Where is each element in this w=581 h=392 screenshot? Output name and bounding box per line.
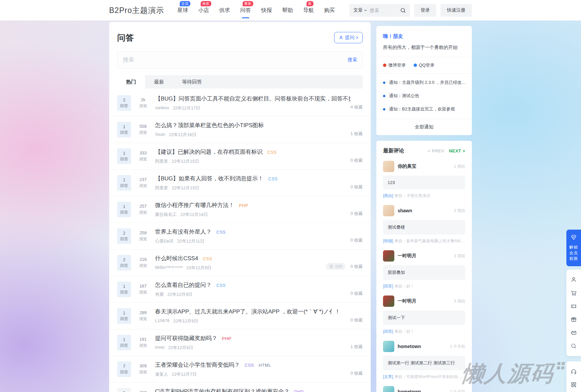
question-row[interactable]: 2 回答 216 浏览 什么时候出CSS4 CSS MrBo¹³³⁵³¹⁴⁵⁶³… — [109, 249, 371, 276]
question-row[interactable]: 1 回答 237 浏览 【BUG】如果有人回答，收不到消息提示！ CSS 阿里君… — [109, 169, 371, 196]
comment-source-tag[interactable]: [回答] — [383, 329, 393, 334]
qa-tab[interactable]: 等待回答 — [173, 75, 211, 89]
notice-item[interactable]: 通知：B2主题接近完工，欢迎参观 — [383, 102, 465, 116]
qa-search-submit[interactable]: 搜索 — [348, 57, 357, 63]
question-title[interactable]: 微信小程序推广有哪几种方法！ — [155, 201, 234, 209]
comment-source-tag[interactable]: [商品] — [383, 193, 393, 198]
qa-search-input[interactable] — [123, 57, 348, 63]
person-icon — [339, 35, 343, 40]
question-row[interactable]: 7 回答 309 浏览 王者荣耀会让小学生智商变低吗？ CSSHTML 潇某人 … — [109, 356, 371, 382]
nav-item[interactable]: 帮助 — [282, 0, 293, 21]
question-author[interactable]: L10676 — [155, 318, 169, 324]
comment-author[interactable]: shawn — [398, 208, 412, 213]
question-title[interactable]: 【BUG】问答页面小工具不能自定义右侧栏目。问答板块前台不现实，回答不提示。所… — [155, 95, 350, 102]
nav-item[interactable]: 新 导航 — [303, 0, 314, 21]
nav-item[interactable]: 抽奖 小店 — [198, 0, 209, 21]
gift-icon[interactable] — [570, 313, 577, 326]
register-button[interactable]: 快速注册 — [441, 4, 472, 17]
user-icon[interactable] — [570, 273, 577, 286]
comments-next-button[interactable]: NEXT > — [449, 148, 465, 153]
notice-item[interactable]: 通知：测试公告 — [383, 89, 465, 102]
notice-item[interactable]: 通知：主题升级到 2.3.0 ，并且已经改… — [383, 76, 465, 89]
header-search-box[interactable]: 文章 — [349, 4, 410, 17]
question-tag[interactable]: PHP — [239, 203, 248, 208]
nav-item[interactable]: 购买 — [324, 0, 335, 21]
qr-code-icon[interactable] — [570, 378, 577, 391]
all-notices-link[interactable]: 全部通知 — [383, 119, 465, 135]
question-row[interactable]: 2 回答 2k 浏览 【BUG】问答页面小工具不能自定义右侧栏目。问答板块前台不… — [109, 90, 371, 116]
comment-text[interactable]: 测试一下 — [383, 310, 465, 325]
qa-tab[interactable]: 最新 — [145, 75, 173, 89]
question-title[interactable]: 怎么搞？顶部菜单栏蓝色红色的小TIPS图标 — [155, 121, 264, 129]
ask-question-button[interactable]: 提问 — [334, 32, 363, 43]
nav-item[interactable]: 快报 — [261, 0, 272, 21]
question-row[interactable]: 1 回答 289 浏览 春天演示APP、过几天就出来APP了。演示站APP ，欢… — [109, 302, 371, 329]
comment-source-tag[interactable]: [回答] — [383, 284, 393, 289]
question-author[interactable]: imrei — [155, 345, 164, 351]
question-tag[interactable]: PHP — [222, 336, 231, 341]
question-tag[interactable]: CSS — [267, 150, 277, 155]
comment-author[interactable]: hometown — [398, 344, 421, 349]
question-title[interactable]: C语言和PHP语言的内存机制有何区别？谁的更安全？ — [155, 388, 290, 392]
search-icon[interactable] — [570, 339, 577, 353]
question-author[interactable]: 有鹿 — [155, 292, 164, 297]
question-author[interactable]: MrBo¹³³⁵³¹⁴⁵⁶³¹ — [155, 265, 183, 271]
question-row[interactable]: 1 回答 187 浏览 怎么查看自已的提问？ CSS 有鹿 22年12月9日 0… — [109, 276, 371, 302]
site-logo[interactable]: B2Pro主题演示 — [109, 5, 164, 16]
question-title[interactable]: 王者荣耀会让小学生智商变低吗？ — [155, 361, 240, 369]
question-author[interactable]: 聚合猫化工 — [155, 212, 177, 218]
comment-text[interactable]: 测试第一行 测试第二行 测试第三行 — [383, 356, 465, 370]
nav-item[interactable]: 最新 问答 — [240, 0, 251, 21]
nav-item[interactable]: 交流 星球 — [177, 0, 188, 21]
comments-prev-button[interactable]: < PREV — [428, 148, 445, 153]
qa-tab[interactable]: 热门 — [117, 75, 145, 89]
question-author[interactable]: 阿里君 — [155, 185, 168, 191]
comment-text[interactable]: 123 — [383, 176, 465, 189]
qq-login-button[interactable]: QQ登录 — [414, 62, 434, 68]
question-tag[interactable]: CSS — [268, 176, 278, 181]
question-author[interactable]: 阿里君 — [155, 158, 168, 164]
vip-unlock-button[interactable]: 解锁会员权限 — [566, 230, 581, 266]
question-row[interactable]: 1 回答 191 浏览 提问可获得隐藏奖励吗？ PHP imrei 22年12月… — [109, 329, 371, 356]
mail-icon[interactable] — [570, 326, 577, 339]
question-author[interactable]: 潇某人 — [155, 371, 168, 377]
comment-author[interactable]: 一时明月 — [398, 298, 416, 304]
question-row[interactable]: 2 回答 258 浏览 世界上有没有外星人？ CSS 心里De话 22年12月1… — [109, 223, 371, 249]
question-tag[interactable]: CSS — [216, 283, 226, 288]
comment-author[interactable]: hometown — [398, 389, 421, 392]
question-row[interactable]: 1 回答 558 浏览 怎么搞？顶部菜单栏蓝色红色的小TIPS图标 Sean 2… — [109, 116, 371, 143]
question-row[interactable]: 0 回答 219 浏览 C语言和PHP语言的内存机制有何区别？谁的更安全？ PH… — [109, 382, 371, 392]
question-author[interactable]: sankou — [155, 105, 169, 111]
question-title[interactable]: 【BUG】如果有人回答，收不到消息提示！ — [155, 175, 264, 182]
question-row[interactable]: 1 回答 333 浏览 【建议】已解决的问题，在存档页面有标识 CSS 阿里君 … — [109, 143, 371, 169]
question-title[interactable]: 春天演示APP、过几天就出来APP了。演示站APP ，欢迎一(*｀∀´*)ノ亻！ — [155, 308, 340, 315]
question-title[interactable]: 怎么查看自已的提问？ — [155, 281, 212, 289]
header-search-input[interactable] — [370, 8, 398, 13]
question-title[interactable]: 什么时候出CSS4 — [155, 255, 198, 262]
question-title[interactable]: 世界上有没有外星人？ — [155, 228, 212, 236]
weibo-login-button[interactable]: 微博登录 — [383, 62, 406, 68]
comment-author[interactable]: 一时明月 — [398, 253, 416, 259]
question-tag[interactable]: CSS — [216, 230, 226, 235]
comment-source-tag[interactable]: [文章] — [383, 374, 393, 379]
question-author[interactable]: 心里De话 — [155, 238, 174, 244]
cart-icon[interactable] — [570, 286, 577, 299]
question-tag[interactable]: CSS — [245, 363, 254, 368]
question-title[interactable]: 【建议】已解决的问题，在存档页面有标识 — [155, 148, 263, 156]
question-tag[interactable]: PHP — [294, 389, 303, 392]
comment-author[interactable]: 你的臭宝 — [398, 163, 416, 169]
question-tag[interactable]: HTML — [259, 363, 271, 368]
question-row[interactable]: 1 回答 257 浏览 微信小程序推广有哪几种方法！ PHP 聚合猫化工 22年… — [109, 196, 371, 223]
login-button[interactable]: 登录 — [414, 4, 436, 17]
question-title[interactable]: 提问可获得隐藏奖励吗？ — [155, 334, 217, 342]
question-author[interactable]: Sean — [155, 132, 165, 138]
question-tag[interactable]: CSS — [203, 256, 212, 261]
ticket-icon[interactable] — [570, 299, 577, 313]
search-category-dropdown[interactable]: 文章 — [353, 7, 367, 13]
headset-icon[interactable] — [570, 365, 577, 378]
comment-text[interactable]: 层层叠加 — [383, 265, 465, 280]
comment-source-tag[interactable]: [快报] — [383, 239, 393, 243]
nav-item[interactable]: 供求 — [219, 0, 230, 21]
comment-text[interactable]: 测试叠楼 — [383, 220, 465, 235]
search-icon[interactable] — [400, 8, 406, 13]
